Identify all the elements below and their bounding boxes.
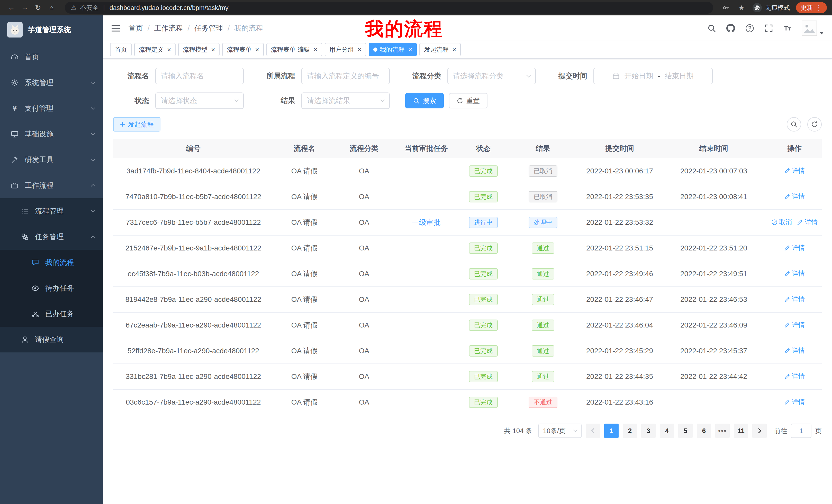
chevron-up-icon	[91, 235, 95, 240]
status-select[interactable]: 请选择状态	[155, 92, 244, 109]
page-button[interactable]: 3	[641, 424, 656, 438]
filter-process-name: 流程名	[113, 68, 244, 84]
sidebar-item-my-process[interactable]: 我的流程	[0, 250, 103, 275]
hamburger-icon[interactable]	[111, 24, 120, 32]
detail-link[interactable]: 详情	[784, 320, 805, 329]
cell-submit-time: 2022-01-22 23:45:29	[579, 338, 660, 364]
cell-id: 819442e8-7b9a-11ec-a290-acde48001122	[113, 287, 274, 312]
tab-label: 流程定义	[139, 46, 163, 54]
toggle-search-icon[interactable]	[787, 117, 801, 132]
goto-page-input[interactable]	[791, 424, 811, 438]
detail-link[interactable]: 详情	[784, 192, 805, 201]
cancel-link[interactable]: 取消	[771, 218, 792, 226]
detail-link[interactable]: 详情	[797, 218, 817, 226]
sidebar-item-devtools[interactable]: 研发工具	[0, 147, 103, 173]
create-process-button[interactable]: 发起流程	[113, 117, 160, 132]
close-icon[interactable]: ×	[211, 46, 215, 53]
sidebar-item-home[interactable]: 首页	[0, 44, 103, 70]
fontsize-icon[interactable]	[783, 23, 793, 33]
fullscreen-icon[interactable]	[763, 23, 774, 33]
cell-name: OA 请假	[274, 235, 335, 261]
user-avatar-menu[interactable]	[802, 21, 824, 36]
table-refresh-icon[interactable]	[807, 117, 822, 132]
tags-bar: 首页流程定义×流程模型×流程表单×流程表单-编辑×用户分组×我的流程×发起流程×	[103, 41, 832, 59]
search-button[interactable]: 搜索	[405, 93, 444, 108]
tab-home[interactable]: 首页	[110, 43, 132, 56]
cell-ops: 详情	[767, 158, 822, 184]
detail-link[interactable]: 详情	[784, 346, 805, 355]
tab-process-form[interactable]: 流程表单×	[222, 43, 263, 56]
breadcrumb-item[interactable]: 首页	[129, 23, 143, 33]
sidebar-item-done-tasks[interactable]: 已办任务	[0, 301, 103, 327]
back-icon[interactable]: ←	[5, 2, 18, 14]
reset-button[interactable]: 重置	[449, 93, 488, 108]
page-button[interactable]: 2	[623, 424, 637, 438]
table-body: 3ad174fb-7b9d-11ec-8404-acde48001122OA 请…	[113, 158, 822, 415]
status-tag: 已完成	[469, 268, 498, 279]
breadcrumb-separator: /	[148, 24, 150, 32]
tab-my-process[interactable]: 我的流程×	[369, 43, 417, 56]
date-range-picker[interactable]: 开始日期 - 结束日期	[593, 68, 713, 84]
column-header: 编号	[113, 139, 274, 158]
tab-start-process[interactable]: 发起流程×	[419, 43, 461, 56]
reload-icon[interactable]: ↻	[32, 2, 44, 14]
tab-process-form-edit[interactable]: 流程表单-编辑×	[266, 43, 322, 56]
sidebar-item-process-mgmt[interactable]: 流程管理	[0, 198, 103, 224]
chrome-update-button[interactable]: 更新 ⋮	[796, 2, 827, 13]
detail-link[interactable]: 详情	[784, 244, 805, 252]
prev-page-button[interactable]	[586, 424, 600, 438]
page-button[interactable]: 5	[678, 424, 693, 438]
sidebar-item-leave-query[interactable]: 请假查询	[0, 327, 103, 353]
close-icon[interactable]: ×	[167, 46, 171, 53]
close-icon[interactable]: ×	[255, 46, 259, 53]
detail-link[interactable]: 详情	[784, 372, 805, 381]
close-icon[interactable]: ×	[408, 46, 412, 53]
forward-icon[interactable]: →	[19, 2, 31, 14]
detail-link[interactable]: 详情	[784, 295, 805, 303]
result-select[interactable]: 请选择流结果	[301, 92, 390, 109]
breadcrumb-item[interactable]: 任务管理	[194, 23, 223, 33]
sidebar-item-workflow[interactable]: 工作流程	[0, 173, 103, 198]
dashboard-icon	[10, 53, 19, 61]
sidebar-item-todo-tasks[interactable]: 待办任务	[0, 275, 103, 301]
close-icon[interactable]: ×	[358, 46, 362, 53]
page-button[interactable]: 11	[734, 424, 748, 438]
next-page-button[interactable]	[752, 424, 767, 438]
sidebar-item-infra[interactable]: 基础设施	[0, 121, 103, 147]
process-name-input[interactable]	[155, 68, 244, 84]
sidebar-item-payment[interactable]: ¥支付管理	[0, 95, 103, 121]
table-row: 2152467e-7b9b-11ec-9a1b-acde48001122OA 请…	[113, 235, 822, 261]
task-link[interactable]: 一级审批	[412, 218, 441, 226]
cell-end-time: 2022-01-23 00:08:41	[660, 184, 767, 209]
close-icon[interactable]: ×	[314, 46, 317, 53]
home-icon[interactable]: ⌂	[45, 2, 58, 14]
tab-user-group[interactable]: 用户分组×	[325, 43, 366, 56]
address-bar[interactable]: ⚠ 不安全 | dashboard.yudao.iocoder.cn/bpm/t…	[65, 2, 713, 13]
detail-link[interactable]: 详情	[784, 398, 805, 406]
chevron-down-icon	[91, 131, 95, 136]
category-select[interactable]: 请选择流程分类	[447, 68, 536, 84]
close-icon[interactable]: ×	[452, 46, 456, 53]
tab-process-model[interactable]: 流程模型×	[178, 43, 219, 56]
sidebar-item-system[interactable]: 系统管理	[0, 70, 103, 95]
page-button[interactable]: 4	[660, 424, 674, 438]
help-icon[interactable]	[745, 23, 755, 33]
breadcrumb-item[interactable]: 工作流程	[154, 23, 183, 33]
github-icon[interactable]	[726, 23, 736, 33]
page-size-select[interactable]: 10条/页	[538, 424, 581, 438]
detail-link[interactable]: 详情	[784, 269, 805, 278]
chrome-menu-icon[interactable]: ⋮	[815, 4, 822, 12]
incognito-icon	[752, 3, 762, 12]
search-icon[interactable]	[706, 23, 717, 33]
cell-id: 67c2eaab-7b9a-11ec-a290-acde48001122	[113, 312, 274, 338]
page-button[interactable]: 6	[697, 424, 711, 438]
cell-status: 已完成	[460, 184, 507, 209]
tab-process-definition[interactable]: 流程定义×	[134, 43, 176, 56]
page-ellipsis[interactable]: •••	[715, 424, 730, 438]
key-icon[interactable]	[722, 3, 731, 12]
sidebar-item-task-mgmt[interactable]: 任务管理	[0, 224, 103, 250]
detail-link[interactable]: 详情	[784, 166, 805, 175]
page-button[interactable]: 1	[604, 424, 619, 438]
owner-process-input[interactable]	[301, 68, 390, 84]
bookmark-star-icon[interactable]: ★	[737, 3, 746, 12]
